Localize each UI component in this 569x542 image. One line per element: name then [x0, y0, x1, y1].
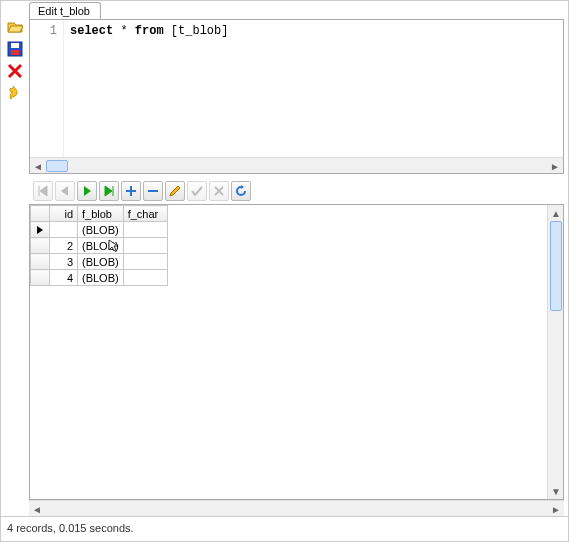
nav-next-button[interactable] [77, 181, 97, 201]
cell-fchar[interactable] [123, 238, 167, 254]
delete-icon[interactable] [7, 63, 23, 79]
cell-fchar[interactable] [123, 222, 167, 238]
row-indicator [31, 254, 50, 270]
nav-first-button[interactable] [33, 181, 53, 201]
nav-delete-button[interactable] [143, 181, 163, 201]
cell-fchar[interactable] [123, 254, 167, 270]
status-text: 4 records, 0.015 seconds. [7, 522, 134, 534]
nav-cancel-button[interactable] [209, 181, 229, 201]
scroll-up-icon[interactable]: ▲ [548, 205, 564, 221]
status-bar: 4 records, 0.015 seconds. [1, 516, 568, 538]
column-header-fblob[interactable]: f_blob [78, 206, 124, 222]
sql-keyword: select [70, 24, 113, 38]
table-row[interactable]: 3 (BLOB) [31, 254, 168, 270]
nav-add-button[interactable] [121, 181, 141, 201]
cell-id[interactable]: 4 [50, 270, 78, 286]
nav-refresh-button[interactable] [231, 181, 251, 201]
scroll-left-icon[interactable]: ◄ [30, 158, 46, 174]
cell-fblob[interactable]: (BLOB) [78, 254, 124, 270]
sql-hscrollbar[interactable]: ◄ ► [30, 157, 563, 173]
execute-icon[interactable] [7, 85, 23, 101]
grid-nav-toolbar [29, 180, 564, 202]
sql-gutter: 1 [30, 20, 64, 157]
sql-text[interactable]: select * from [t_blob] [64, 20, 563, 157]
tab-edit-tblob[interactable]: Edit t_blob [29, 2, 101, 19]
tab-bar: Edit t_blob [29, 1, 564, 19]
nav-edit-button[interactable] [165, 181, 185, 201]
sql-editor: 1 select * from [t_blob] ◄ ► [29, 19, 564, 174]
scroll-right-icon[interactable]: ► [548, 501, 564, 517]
cell-fchar[interactable] [123, 270, 167, 286]
scroll-down-icon[interactable]: ▼ [548, 483, 564, 499]
column-header-id[interactable]: id [50, 206, 78, 222]
grid-hscrollbar[interactable]: ◄ ► [29, 500, 564, 516]
cell-fblob[interactable]: (BLOB) [78, 238, 124, 254]
nav-prev-button[interactable] [55, 181, 75, 201]
row-indicator [31, 238, 50, 254]
data-grid: id f_blob f_char 1 (BLOB) [29, 204, 564, 500]
sql-token: [t_blob] [171, 24, 229, 38]
nav-post-button[interactable] [187, 181, 207, 201]
cell-fblob[interactable]: (BLOB) [78, 270, 124, 286]
row-indicator [31, 270, 50, 286]
scroll-left-icon[interactable]: ◄ [29, 501, 45, 517]
table-row[interactable]: 4 (BLOB) [31, 270, 168, 286]
cell-id[interactable]: 3 [50, 254, 78, 270]
scroll-thumb[interactable] [46, 160, 68, 172]
sql-keyword: from [135, 24, 164, 38]
row-indicator-icon [31, 222, 50, 238]
table-row[interactable]: 2 (BLOB) [31, 238, 168, 254]
grid-vscrollbar[interactable]: ▲ ▼ [547, 205, 563, 499]
nav-last-button[interactable] [99, 181, 119, 201]
cell-fblob[interactable]: (BLOB) [78, 222, 124, 238]
cell-id[interactable]: 2 [50, 238, 78, 254]
save-icon[interactable] [7, 41, 23, 57]
svg-rect-1 [11, 43, 19, 48]
table-row[interactable]: 1 (BLOB) [31, 222, 168, 238]
open-icon[interactable] [7, 19, 23, 35]
svg-rect-2 [11, 50, 19, 55]
svg-rect-3 [148, 190, 158, 192]
scroll-thumb[interactable] [550, 221, 562, 311]
left-toolbar [1, 1, 29, 516]
scroll-right-icon[interactable]: ► [547, 158, 563, 174]
cell-id[interactable]: 1 [50, 222, 78, 238]
sql-token: * [113, 24, 135, 38]
row-indicator-header [31, 206, 50, 222]
column-header-fchar[interactable]: f_char [123, 206, 167, 222]
